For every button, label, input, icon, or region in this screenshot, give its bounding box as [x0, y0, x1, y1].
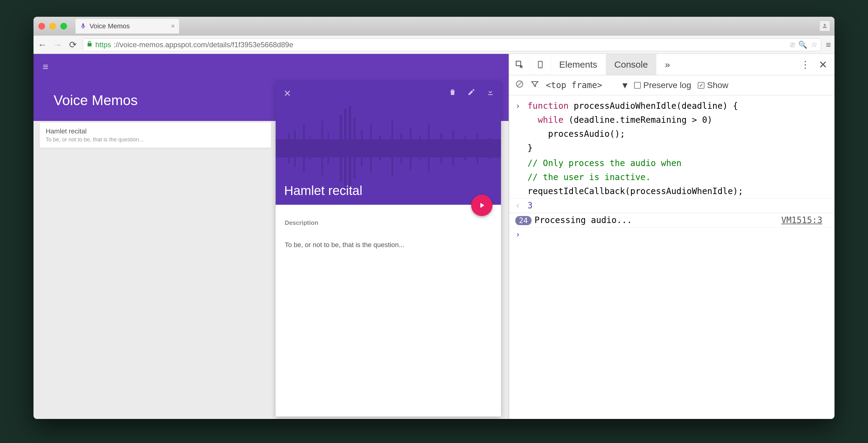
- svg-rect-10: [353, 118, 356, 179]
- devtools-menu-icon[interactable]: ⋮: [800, 59, 810, 70]
- input-prompt-icon: ›: [515, 100, 527, 112]
- memo-item-subtitle: To be, or not to be, that is the questio…: [46, 137, 265, 143]
- svg-rect-16: [410, 127, 411, 170]
- close-window-button[interactable]: [38, 23, 45, 30]
- omnibox-actions: ⎚ 🔍 ☆: [790, 40, 818, 49]
- console-log-row: 24 Processing audio... VM1515:3: [509, 213, 835, 228]
- lock-icon: [86, 40, 93, 49]
- browser-tab[interactable]: Voice Memos ×: [75, 19, 179, 33]
- memo-list: Hamlet recital To be, or not to be, that…: [40, 122, 271, 148]
- log-message: Processing audio...: [534, 214, 632, 227]
- code-line: requestIdleCallback(processAudioWhenIdle…: [527, 185, 743, 198]
- browser-window: Voice Memos × ← → ⟳ https://voice-memos.…: [33, 17, 835, 419]
- return-value: 3: [527, 199, 533, 212]
- svg-rect-21: [464, 136, 466, 160]
- person-icon: [822, 23, 828, 29]
- description-text: To be, or not to be, that is the questio…: [285, 241, 492, 249]
- memo-list-item[interactable]: Hamlet recital To be, or not to be, that…: [40, 122, 271, 148]
- microphone-icon: [80, 23, 87, 30]
- description-label: Description: [285, 219, 492, 226]
- edit-icon[interactable]: [467, 88, 475, 98]
- filter-icon[interactable]: [531, 80, 539, 90]
- svg-line-27: [518, 82, 522, 86]
- back-button[interactable]: ←: [37, 39, 48, 50]
- devtools-close-icon[interactable]: ✕: [819, 59, 827, 71]
- window-controls: [38, 23, 67, 30]
- svg-rect-4: [309, 136, 311, 160]
- forward-button[interactable]: →: [52, 39, 63, 50]
- device-mode-button[interactable]: [530, 54, 551, 75]
- reload-button[interactable]: ⟳: [68, 39, 78, 50]
- svg-rect-23: [489, 138, 491, 159]
- svg-point-25: [540, 66, 540, 67]
- browser-toolbar: ← → ⟳ https://voice-memos.appspot.com/de…: [33, 36, 835, 54]
- log-source-link[interactable]: VM1515:3: [781, 214, 828, 227]
- svg-rect-6: [328, 133, 329, 164]
- log-count-badge: 24: [515, 216, 531, 225]
- chrome-menu-button[interactable]: ≡: [826, 40, 831, 50]
- svg-rect-3: [303, 124, 305, 173]
- hamburger-icon[interactable]: ≡: [43, 61, 49, 72]
- preserve-log-label: Preserve log: [643, 81, 691, 90]
- detail-title: Hamlet recital: [284, 183, 363, 198]
- svg-rect-7: [340, 115, 342, 182]
- devtools-panel: Elements Console » ⋮ ✕ <top frame>: [508, 54, 835, 419]
- svg-rect-14: [391, 121, 393, 176]
- show-label: Show: [707, 81, 728, 90]
- address-bar[interactable]: https://voice-memos.appspot.com/details/…: [83, 38, 821, 51]
- tab-title: Voice Memos: [90, 22, 130, 30]
- code-line: // Only process the audio when: [527, 157, 682, 170]
- profile-button[interactable]: [819, 21, 830, 31]
- inspect-element-button[interactable]: [509, 54, 530, 75]
- code-line: while (deadline.timeRemaining > 0): [527, 114, 712, 126]
- url-scheme: https: [95, 40, 111, 49]
- tab-close-icon[interactable]: ×: [171, 22, 175, 30]
- tab-overflow[interactable]: »: [656, 54, 679, 75]
- download-icon[interactable]: [486, 88, 494, 98]
- svg-rect-8: [344, 109, 347, 188]
- svg-rect-5: [321, 121, 323, 176]
- delete-icon[interactable]: [448, 88, 457, 98]
- svg-rect-2: [294, 130, 296, 167]
- url-path: ://voice-memos.appspot.com/details/f1f39…: [114, 40, 293, 49]
- frame-selector-label: <top frame>: [546, 80, 602, 90]
- show-checkbox[interactable]: ✓ Show: [698, 81, 728, 90]
- svg-rect-22: [477, 133, 478, 164]
- input-prompt-icon[interactable]: ›: [515, 228, 527, 241]
- star-icon[interactable]: ☆: [811, 40, 818, 49]
- voice-memos-app: ≡ Voice Memos Hamlet recital To be, or n…: [33, 54, 508, 419]
- svg-rect-11: [361, 130, 363, 167]
- output-prompt-icon: ‹: [515, 199, 527, 212]
- chevron-down-icon: ▼: [622, 80, 627, 90]
- svg-rect-17: [419, 136, 421, 160]
- svg-rect-13: [379, 136, 381, 160]
- search-icon[interactable]: 🔍: [798, 40, 807, 49]
- camera-icon[interactable]: ⎚: [790, 40, 795, 49]
- memo-detail-panel: ✕: [276, 81, 501, 416]
- svg-rect-15: [401, 133, 402, 164]
- svg-rect-20: [452, 130, 454, 167]
- console-output: ›function processAudioWhenIdle(deadline)…: [509, 95, 835, 419]
- waveform-graphic: [276, 103, 501, 194]
- minimize-window-button[interactable]: [49, 23, 56, 30]
- play-button[interactable]: [471, 195, 493, 216]
- svg-rect-1: [288, 133, 290, 164]
- close-icon[interactable]: ✕: [283, 88, 291, 99]
- content-area: ≡ Voice Memos Hamlet recital To be, or n…: [33, 54, 835, 419]
- svg-rect-19: [440, 133, 442, 164]
- maximize-window-button[interactable]: [60, 23, 67, 30]
- devtools-tabs: Elements Console » ⋮ ✕: [509, 54, 835, 75]
- console-filter-bar: <top frame> ▼ Preserve log ✓ Show: [509, 75, 835, 95]
- tab-console[interactable]: Console: [606, 54, 656, 75]
- play-icon: [477, 201, 486, 210]
- tab-elements[interactable]: Elements: [551, 54, 606, 75]
- detail-actions: [448, 88, 494, 98]
- clear-console-icon[interactable]: [515, 80, 524, 90]
- detail-body: Description To be, or not to be, that is…: [276, 205, 501, 264]
- preserve-log-checkbox[interactable]: Preserve log: [634, 81, 691, 90]
- frame-selector[interactable]: <top frame> ▼: [546, 80, 627, 90]
- svg-rect-12: [370, 124, 372, 173]
- code-line: }: [527, 142, 533, 154]
- memo-item-title: Hamlet recital: [46, 127, 265, 135]
- svg-rect-9: [349, 106, 351, 191]
